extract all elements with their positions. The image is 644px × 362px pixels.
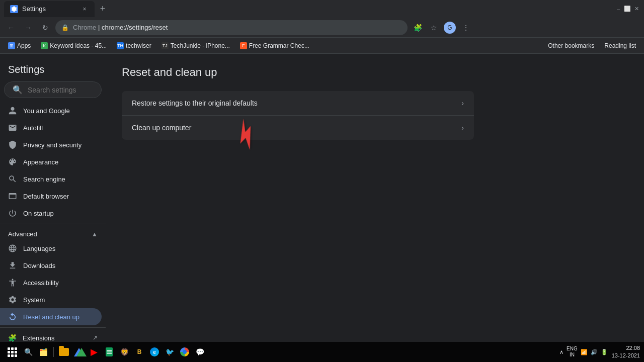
restore-settings-arrow: › (461, 99, 464, 107)
sidebar-item-extensions-label: Extensions (23, 334, 55, 342)
bookmark-grammar[interactable]: F Free Grammar Chec... (236, 41, 313, 51)
taskbar-clock: 22:08 13-12-2021 (612, 344, 640, 360)
chrome-menu-button[interactable]: ⋮ (459, 21, 473, 35)
taskbar-chevron[interactable]: ∧ (559, 349, 564, 355)
minimize-button[interactable]: – (615, 6, 622, 13)
bookmark-apps[interactable]: ⊞ Apps (4, 41, 35, 51)
taskbar-google-drive[interactable] (72, 345, 86, 359)
taskbar-time-display: 22:08 (612, 344, 640, 352)
settings-list: Restore settings to their original defau… (122, 91, 474, 140)
main-container: Settings 🔍 You and Google Autofill Pr (0, 54, 644, 342)
page-title: Reset and clean up (122, 66, 628, 79)
profile-button[interactable]: G (443, 21, 457, 35)
sidebar-item-on-startup-label: On startup (23, 210, 54, 217)
sidebar-item-languages-label: Languages (23, 245, 55, 252)
bookmark-techjunkie-label: TechJunkie - iPhone... (171, 42, 230, 49)
sidebar-item-default-browser[interactable]: Default browser (0, 188, 102, 205)
taskbar-right: ∧ ENGIN 📶 🔊 🔋 22:08 13-12-2021 (559, 344, 640, 360)
bookmarks-right: Other bookmarks Reading list (544, 41, 640, 51)
start-grid-icon (8, 347, 17, 357)
sidebar-item-on-startup[interactable]: On startup (0, 205, 102, 222)
new-tab-button[interactable]: + (97, 3, 109, 15)
taskbar-task-view[interactable]: 🗂️ (36, 345, 50, 359)
sidebar-item-extensions[interactable]: 🧩 Extensions ↗ (0, 330, 106, 342)
techjunkie-icon: TJ (162, 42, 169, 49)
sidebar-item-you-and-google-label: You and Google (23, 107, 70, 115)
address-bar[interactable]: 🔒 Chrome | chrome://settings/reset (55, 20, 408, 35)
cleanup-computer-row[interactable]: Clean up computer › (122, 116, 474, 140)
taskbar-edge[interactable]: e (147, 345, 162, 359)
taskbar-binance[interactable]: B (132, 345, 146, 359)
sidebar-item-default-browser-label: Default browser (23, 193, 69, 200)
refresh-button[interactable]: ↻ (38, 21, 52, 35)
sidebar-item-appearance[interactable]: Appearance (0, 153, 102, 170)
bookmark-techwiser[interactable]: TH techwiser (113, 41, 155, 51)
taskbar-wifi-icon: 📶 (581, 349, 588, 355)
back-button[interactable]: ← (4, 21, 18, 35)
window-controls: – ⬜ ✕ (615, 6, 640, 13)
sidebar-divider-1 (0, 224, 106, 224)
reading-list[interactable]: Reading list (600, 41, 640, 51)
appearance-icon (8, 157, 17, 166)
on-startup-icon (8, 209, 17, 218)
sidebar-item-accessibility-label: Accessibility (23, 279, 59, 287)
forward-button[interactable]: → (21, 21, 35, 35)
extensions-sidebar-icon: 🧩 (8, 334, 17, 342)
favorites-button[interactable]: ☆ (427, 21, 441, 35)
sidebar-item-autofill[interactable]: Autofill (0, 119, 102, 136)
taskbar-divider (53, 347, 54, 357)
content-area: Reset and clean up Restore settings to t… (106, 54, 644, 342)
maximize-button[interactable]: ⬜ (624, 6, 631, 13)
taskbar-battery-icon: 🔋 (601, 349, 608, 355)
sidebar-item-reset[interactable]: Reset and clean up (0, 308, 102, 325)
taskbar-brave[interactable]: 🦁 (117, 345, 131, 359)
advanced-section[interactable]: Advanced ▲ (0, 226, 106, 240)
search-engine-icon (8, 174, 17, 184)
extensions-button[interactable]: 🧩 (411, 21, 425, 35)
privacy-icon (8, 140, 17, 149)
sidebar-item-accessibility[interactable]: Accessibility (0, 274, 102, 291)
settings-tab[interactable]: Settings × (4, 1, 95, 17)
restore-settings-label: Restore settings to their original defau… (132, 99, 258, 107)
address-separator: | (98, 24, 102, 31)
advanced-section-label: Advanced (8, 230, 37, 238)
restore-settings-row[interactable]: Restore settings to their original defau… (122, 91, 474, 116)
taskbar-twitter[interactable]: 🐦 (163, 345, 177, 359)
sidebar-item-downloads[interactable]: Downloads (0, 257, 102, 274)
toolbar-right: 🧩 ☆ G ⋮ (411, 21, 473, 35)
settings-search-box[interactable]: 🔍 (4, 81, 102, 98)
start-button[interactable] (4, 344, 20, 360)
address-chrome: Chrome (73, 24, 96, 31)
bookmark-techwiser-label: techwiser (126, 42, 151, 49)
taskbar-file-explorer[interactable] (57, 345, 71, 359)
title-bar: Settings × + – ⬜ ✕ (0, 0, 644, 18)
taskbar-whatsapp[interactable]: 💬 (193, 345, 207, 359)
taskbar-sheets[interactable] (102, 345, 116, 359)
sidebar-title: Settings (0, 58, 106, 81)
sidebar-item-privacy[interactable]: Privacy and security (0, 136, 102, 153)
search-input[interactable] (28, 86, 93, 94)
tab-area: Settings × + (4, 1, 615, 17)
bookmark-techjunkie[interactable]: TJ TechJunkie - iPhone... (157, 41, 234, 51)
taskbar-chrome[interactable] (178, 345, 192, 359)
close-window-button[interactable]: ✕ (633, 6, 640, 13)
address-text: Chrome | chrome://settings/reset (73, 24, 168, 31)
sidebar-item-privacy-label: Privacy and security (23, 141, 82, 149)
bookmark-keyword[interactable]: K Keyword ideas - 45... (37, 41, 111, 51)
sidebar-item-system[interactable]: System (0, 291, 102, 308)
advanced-section-arrow: ▲ (92, 231, 98, 238)
other-bookmarks-label: Other bookmarks (548, 42, 594, 49)
autofill-icon (8, 123, 17, 132)
taskbar-youtube[interactable]: ▶ (87, 345, 101, 359)
other-bookmarks[interactable]: Other bookmarks (544, 41, 598, 51)
person-icon (8, 106, 17, 115)
taskbar-search-button[interactable]: 🔍 (21, 345, 35, 359)
tab-close-button[interactable]: × (80, 5, 89, 13)
external-link-icon: ↗ (93, 334, 98, 341)
sidebar-item-appearance-label: Appearance (23, 158, 58, 166)
sidebar-item-you-and-google[interactable]: You and Google (0, 102, 102, 119)
sidebar-item-search-label: Search engine (23, 175, 65, 183)
sidebar-item-system-label: System (23, 296, 45, 304)
sidebar-item-languages[interactable]: Languages (0, 240, 102, 257)
sidebar-item-search[interactable]: Search engine (0, 170, 102, 188)
